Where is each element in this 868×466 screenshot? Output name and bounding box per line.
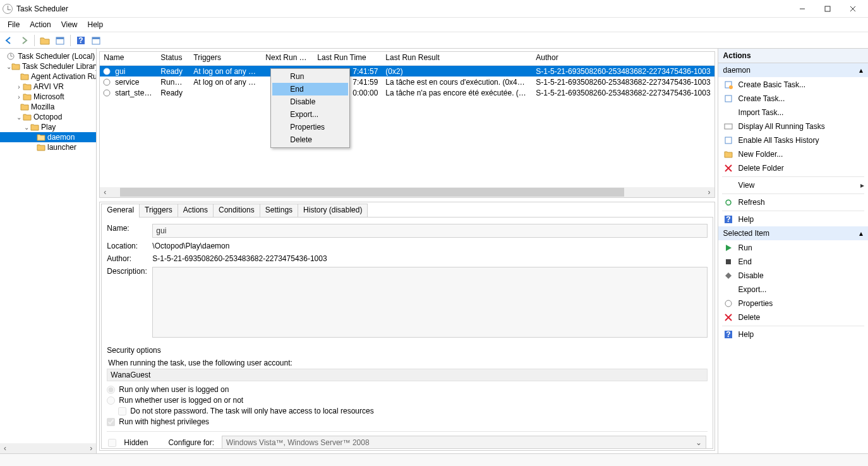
col-triggers[interactable]: Triggers (190, 52, 262, 65)
action-view[interactable]: View▸ (718, 178, 868, 192)
svg-point-26 (725, 300, 732, 307)
close-button[interactable] (840, 0, 865, 18)
tree-item-mozilla[interactable]: Mozilla (0, 102, 96, 112)
action-end[interactable]: End (718, 255, 868, 269)
tab-actions[interactable]: Actions (178, 204, 214, 218)
radio-run-logged-on-label: Run only when user is logged on (119, 385, 229, 394)
action-disable[interactable]: Disable (718, 269, 868, 283)
title-bar: Task Scheduler (0, 0, 868, 18)
tab-general[interactable]: General (101, 204, 140, 218)
folder-icon (37, 144, 45, 151)
task-list-hscrollbar[interactable]: ‹› (100, 187, 714, 197)
action-new-folder[interactable]: New Folder... (718, 147, 868, 161)
tab-history[interactable]: History (disabled) (298, 204, 368, 218)
action-import-task[interactable]: Import Task... (718, 106, 868, 120)
toolbar: ? (0, 32, 868, 49)
action-properties[interactable]: Properties (718, 297, 868, 310)
menu-view[interactable]: View (56, 19, 83, 30)
tree-item-label: launcher (47, 143, 76, 152)
action-delete-folder[interactable]: Delete Folder (718, 161, 868, 175)
field-name[interactable] (152, 224, 707, 238)
tree-item-agent[interactable]: Agent Activation Runt (0, 71, 96, 82)
tab-triggers[interactable]: Triggers (139, 204, 178, 218)
action-run[interactable]: Run (718, 241, 868, 255)
action-help-2[interactable]: ?Help (718, 328, 868, 341)
task-row[interactable]: start_steamvr Ready 0:00:00 La tâche n'a… (100, 87, 714, 98)
tree-item-arvi[interactable]: ›ARVI VR (0, 82, 96, 92)
radio-run-whether (107, 396, 115, 405)
col-last[interactable]: Last Run Time (313, 52, 382, 65)
actions-section-selected[interactable]: Selected Item▴ (718, 226, 868, 241)
configure-for-label: Configure for: (168, 438, 214, 447)
window-title: Task Scheduler (16, 4, 68, 13)
action-enable-history[interactable]: Enable All Tasks History (718, 133, 868, 147)
actions-section-daemon[interactable]: daemon▴ (718, 63, 868, 78)
toolbar-help-icon[interactable]: ? (75, 34, 87, 47)
col-status[interactable]: Status (157, 52, 190, 65)
ctx-end[interactable]: End (272, 83, 348, 95)
task-author: S-1-5-21-693508260-253483682-2273475436-… (532, 77, 714, 88)
action-create-task[interactable]: Create Task... (718, 92, 868, 106)
task-triggers: At log on of any user (190, 77, 262, 88)
security-header: Security options (107, 346, 707, 355)
check-highest-priv-label: Run with highest privileges (119, 417, 209, 426)
properties-icon (723, 298, 733, 309)
forward-button[interactable] (18, 34, 30, 47)
toolbar-folder-icon[interactable] (39, 34, 51, 47)
minimize-button[interactable] (790, 0, 815, 18)
blank-icon (723, 285, 733, 295)
ctx-export[interactable]: Export... (272, 108, 348, 121)
ctx-delete[interactable]: Delete (272, 133, 348, 146)
svg-rect-5 (56, 37, 64, 39)
action-display-running[interactable]: Display All Running Tasks (718, 120, 868, 133)
tree-item-label: Microsoft (33, 92, 64, 101)
tree-root[interactable]: Task Scheduler (Local) (0, 51, 96, 61)
actions-section-label: daemon (723, 66, 750, 75)
tab-settings[interactable]: Settings (260, 204, 298, 218)
ctx-disable[interactable]: Disable (272, 95, 348, 108)
task-row[interactable]: gui Ready At log on of any user 7:41:57 … (100, 66, 714, 77)
configure-for-combo[interactable]: Windows Vista™, Windows Server™ 2008⌄ (222, 436, 706, 449)
menu-help[interactable]: Help (83, 19, 109, 30)
action-refresh[interactable]: Refresh (718, 195, 868, 209)
actions-pane-title: Actions (718, 49, 868, 63)
details-tabs: General Triggers Actions Conditions Sett… (101, 204, 713, 218)
col-name[interactable]: Name (100, 52, 157, 65)
tree-item-play[interactable]: ⌄Play (0, 122, 96, 132)
tree-item-launcher[interactable]: launcher (0, 142, 96, 152)
tree-hscrollbar[interactable]: ‹› (0, 443, 96, 453)
task-status: Running (157, 77, 190, 88)
ctx-properties[interactable]: Properties (272, 121, 348, 133)
tree-item-daemon[interactable]: daemon (0, 132, 96, 142)
tree-library[interactable]: ⌄Task Scheduler Library (0, 61, 96, 71)
task-list-header: Name Status Triggers Next Run Time Last … (100, 52, 714, 66)
tree-item-label: Octopod (33, 113, 62, 121)
toolbar-calendar-icon[interactable] (54, 34, 66, 47)
task-new-icon (723, 80, 733, 90)
action-create-basic[interactable]: Create Basic Task... (718, 78, 868, 92)
task-name: service (111, 77, 157, 88)
task-row[interactable]: service Running At log on of any user 7:… (100, 77, 714, 87)
maximize-button[interactable] (815, 0, 840, 18)
svg-point-15 (104, 90, 110, 96)
col-result[interactable]: Last Run Result (382, 52, 532, 65)
center-pane: Name Status Triggers Next Run Time Last … (97, 49, 718, 453)
action-delete[interactable]: Delete (718, 310, 868, 324)
menu-file[interactable]: File (3, 19, 25, 30)
action-export[interactable]: Export... (718, 283, 868, 297)
col-author[interactable]: Author (532, 52, 714, 65)
field-description[interactable] (152, 267, 707, 338)
col-next[interactable]: Next Run Time (262, 52, 313, 65)
back-button[interactable] (3, 34, 15, 47)
tree-item-microsoft[interactable]: ›Microsoft (0, 92, 96, 102)
tree-item-octopod[interactable]: ⌄Octopod (0, 112, 96, 122)
running-icon (723, 121, 733, 132)
menu-action[interactable]: Action (25, 19, 56, 30)
tab-conditions[interactable]: Conditions (213, 204, 260, 218)
toolbar-calendar2-icon[interactable] (90, 34, 102, 47)
action-help[interactable]: ?Help (718, 212, 868, 226)
ctx-run[interactable]: Run (272, 70, 348, 83)
folder-icon (23, 113, 32, 121)
tree-item-label: daemon (47, 133, 75, 142)
label-author: Author: (107, 254, 152, 263)
